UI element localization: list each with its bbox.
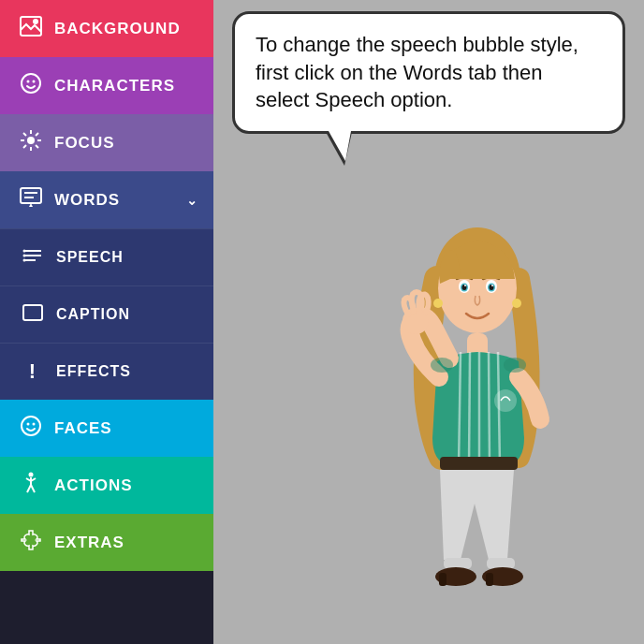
sidebar-item-label: CHARACTERS — [54, 77, 175, 95]
svg-point-25 — [27, 423, 30, 426]
svg-point-5 — [27, 137, 35, 144]
focus-icon — [19, 129, 43, 156]
character-illustration — [367, 195, 573, 625]
sidebar-subitem-caption[interactable]: CAPTION — [0, 285, 213, 343]
faces-icon — [19, 415, 43, 442]
svg-point-58 — [512, 299, 521, 308]
speech-icon — [22, 247, 43, 269]
character-svg — [367, 195, 592, 625]
sidebar-item-background[interactable]: BACKGROUND — [0, 0, 213, 57]
words-icon — [19, 187, 43, 212]
svg-rect-47 — [486, 573, 493, 586]
svg-line-12 — [36, 133, 38, 136]
sidebar-item-label: EXTRAS — [54, 534, 124, 552]
svg-point-60 — [504, 358, 526, 373]
background-icon — [19, 16, 43, 41]
svg-point-3 — [27, 80, 30, 83]
sidebar-bottom-strip — [0, 571, 213, 644]
svg-rect-46 — [439, 573, 446, 586]
svg-rect-40 — [440, 457, 518, 470]
svg-point-2 — [22, 74, 40, 93]
svg-point-56 — [491, 285, 493, 286]
svg-point-55 — [464, 285, 466, 286]
svg-point-21 — [23, 254, 26, 256]
svg-line-32 — [31, 485, 35, 492]
svg-line-38 — [489, 352, 490, 466]
sidebar-item-characters[interactable]: CHARACTERS — [0, 57, 213, 114]
speech-bubble: To change the speech bubble style, first… — [232, 11, 625, 134]
speech-bubble-text: To change the speech bubble style, first… — [256, 33, 578, 111]
svg-point-27 — [29, 473, 34, 477]
svg-point-26 — [33, 423, 36, 426]
characters-icon — [19, 72, 43, 99]
sidebar: BACKGROUND CHARACTERS — [0, 0, 213, 644]
words-submenu: SPEECH CAPTION ! EFFECTS — [0, 228, 213, 400]
sidebar-item-label: ACTIONS — [54, 476, 133, 495]
svg-point-59 — [431, 358, 453, 373]
sidebar-item-label: FACES — [54, 419, 112, 438]
sidebar-item-label: WORDS — [54, 191, 120, 210]
svg-point-4 — [33, 80, 36, 83]
effects-icon: ! — [22, 359, 43, 384]
svg-point-20 — [23, 249, 26, 252]
svg-point-22 — [23, 258, 26, 261]
sidebar-item-label: FOCUS — [54, 134, 115, 153]
sidebar-item-faces[interactable]: FACES — [0, 400, 213, 457]
subitem-label: SPEECH — [56, 249, 124, 266]
svg-rect-23 — [23, 305, 42, 320]
svg-rect-14 — [21, 188, 41, 203]
sidebar-item-extras[interactable]: EXTRAS — [0, 514, 213, 571]
sidebar-item-label: BACKGROUND — [54, 20, 181, 38]
svg-line-11 — [36, 145, 38, 148]
sidebar-subitem-effects[interactable]: ! EFFECTS — [0, 343, 213, 400]
subitem-label: EFFECTS — [56, 363, 131, 380]
svg-line-31 — [27, 485, 31, 492]
words-chevron-icon: ⌄ — [186, 193, 198, 208]
sidebar-item-actions[interactable]: ACTIONS — [0, 457, 213, 514]
sidebar-item-focus[interactable]: FOCUS — [0, 114, 213, 171]
svg-line-13 — [23, 145, 26, 148]
extras-icon — [19, 529, 43, 556]
sidebar-subitem-speech[interactable]: SPEECH — [0, 228, 213, 285]
sidebar-item-words[interactable]: WORDS ⌄ — [0, 171, 213, 228]
main-content: To change the speech bubble style, first… — [213, 0, 644, 644]
svg-point-1 — [33, 19, 38, 24]
svg-point-61 — [494, 389, 517, 412]
subitem-label: CAPTION — [56, 306, 130, 323]
svg-point-24 — [22, 417, 40, 435]
actions-icon — [19, 472, 43, 499]
svg-point-57 — [433, 299, 443, 308]
svg-line-10 — [23, 133, 26, 136]
svg-line-36 — [469, 352, 470, 466]
caption-icon — [22, 304, 43, 326]
